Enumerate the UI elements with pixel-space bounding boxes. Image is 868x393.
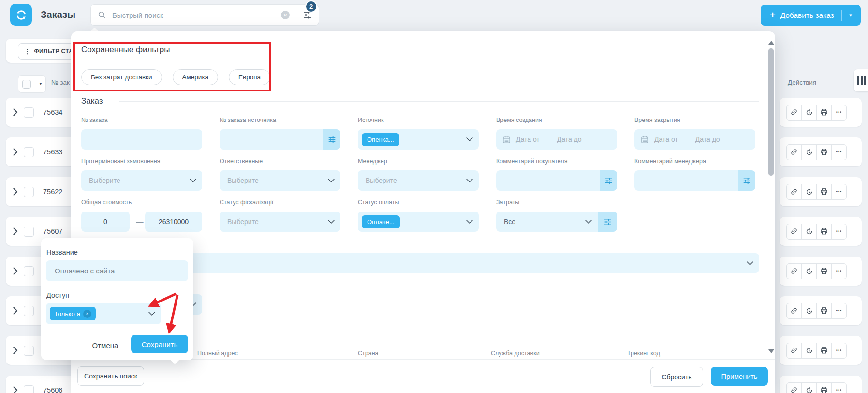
link-icon[interactable] [787,145,801,160]
more-actions-icon[interactable]: ••• [831,343,846,358]
order-number[interactable]: 75607 [43,227,62,235]
history-icon[interactable] [801,303,816,318]
fiscal-status-select[interactable]: Выберите [220,212,340,232]
more-actions-icon[interactable]: ••• [831,224,846,239]
reset-button[interactable]: Сбросить [650,367,703,387]
history-icon[interactable] [801,383,816,393]
overdue-select[interactable]: Выберите [81,170,202,191]
row-checkbox[interactable] [24,266,34,276]
link-icon[interactable] [787,383,801,393]
order-number[interactable]: 75633 [43,148,62,156]
history-icon[interactable] [801,145,816,160]
print-icon[interactable] [816,383,831,393]
print-icon[interactable] [816,264,831,279]
link-icon[interactable] [787,264,801,279]
expand-row-icon[interactable] [13,108,18,116]
more-actions-icon[interactable]: ••• [831,184,846,199]
apply-button[interactable]: Применить [711,367,768,386]
field-settings-button[interactable] [323,129,340,150]
row-checkbox[interactable] [24,187,34,197]
total-cost-from-input[interactable]: 0 [81,212,130,232]
row-checkbox[interactable] [24,107,34,118]
order-number-input[interactable] [81,129,202,150]
manager-comment-input[interactable] [634,170,738,191]
filter-name-input[interactable]: Оплачено с сайта [46,260,188,281]
clear-search-icon[interactable]: ✕ [281,11,290,19]
cancel-button[interactable]: Отмена [87,337,123,353]
link-icon[interactable] [787,184,801,199]
expand-row-icon[interactable] [13,188,18,196]
expand-row-icon[interactable] [13,227,18,235]
row-checkbox[interactable] [24,227,34,237]
history-icon[interactable] [801,264,816,279]
responsible-select[interactable]: Выберите [220,170,340,191]
source-order-number-input[interactable] [220,129,323,150]
row-checkbox[interactable] [24,346,34,356]
date-from-placeholder[interactable]: Дата от [654,136,678,143]
payment-status-select[interactable]: Оплаче... [358,212,479,232]
manager-select[interactable]: Выберите [358,170,479,191]
print-icon[interactable] [816,224,831,239]
more-actions-icon[interactable]: ••• [831,145,846,160]
link-icon[interactable] [787,224,801,239]
history-icon[interactable] [801,343,816,358]
row-checkbox[interactable] [24,306,34,316]
print-icon[interactable] [816,343,831,358]
field-settings-button[interactable] [598,212,617,232]
field-settings-button[interactable] [600,170,617,191]
remove-chip-icon[interactable]: × [83,310,91,318]
search-input[interactable] [111,11,281,20]
app-logo[interactable] [10,4,32,26]
print-icon[interactable] [816,145,831,160]
select-all-control[interactable]: ▼ [18,75,46,93]
total-cost-to-input[interactable]: 26310000 [145,212,202,232]
selected-value-chip[interactable]: Оплаче... [362,215,400,228]
row-checkbox[interactable] [24,385,34,393]
expand-row-icon[interactable] [13,347,18,354]
expenses-select[interactable]: Все [496,212,598,232]
date-to-placeholder[interactable]: Дата до [695,136,720,143]
source-select[interactable]: Опенка... [358,129,479,150]
expand-row-icon[interactable] [13,267,18,275]
row-checkbox[interactable] [24,147,34,157]
caret-down-icon[interactable]: ▼ [39,82,43,86]
closed-at-daterange[interactable]: Дата от — Дата до [634,129,755,150]
saved-filter-chip[interactable]: Америка [173,69,219,85]
expand-row-icon[interactable] [13,148,18,156]
date-from-placeholder[interactable]: Дата от [516,136,540,143]
more-actions-icon[interactable]: ••• [831,303,846,318]
column-settings-button[interactable] [854,69,868,91]
add-order-button[interactable]: + Добавить заказ ▾ [761,5,861,26]
expand-row-icon[interactable] [13,386,18,393]
saved-filter-chip[interactable]: Европа [229,69,270,85]
select-all-checkbox[interactable] [22,80,31,89]
date-to-placeholder[interactable]: Дата до [557,136,582,143]
link-icon[interactable] [787,105,801,120]
print-icon[interactable] [816,184,831,199]
order-number[interactable]: 75606 [43,386,62,393]
link-icon[interactable] [787,303,801,318]
saved-filter-chip[interactable]: Без затрат доставки [81,69,162,85]
print-icon[interactable] [816,105,831,120]
order-number[interactable]: 75622 [43,188,62,196]
scroll-up-icon[interactable] [768,41,774,45]
scroll-down-icon[interactable] [768,349,774,353]
history-icon[interactable] [801,105,816,120]
filter-status-button[interactable]: ⋮ ФИЛЬТР СТА [18,43,79,60]
save-button[interactable]: Сохранить [131,335,188,353]
more-actions-icon[interactable]: ••• [831,383,846,393]
order-number[interactable]: 75634 [43,108,62,116]
scrollbar-thumb[interactable] [768,48,774,176]
more-actions-icon[interactable]: ••• [831,105,846,120]
created-at-daterange[interactable]: Дата от — Дата до [496,129,617,150]
print-icon[interactable] [816,303,831,318]
history-icon[interactable] [801,184,816,199]
field-settings-button[interactable] [738,170,755,191]
save-search-button[interactable]: Сохранить поиск [77,366,144,386]
more-actions-icon[interactable]: ••• [831,264,846,279]
link-icon[interactable] [787,343,801,358]
expand-row-icon[interactable] [13,307,18,315]
access-select[interactable]: Только я × [46,303,161,324]
history-icon[interactable] [801,224,816,239]
chevron-down-icon[interactable]: ▾ [842,12,859,18]
